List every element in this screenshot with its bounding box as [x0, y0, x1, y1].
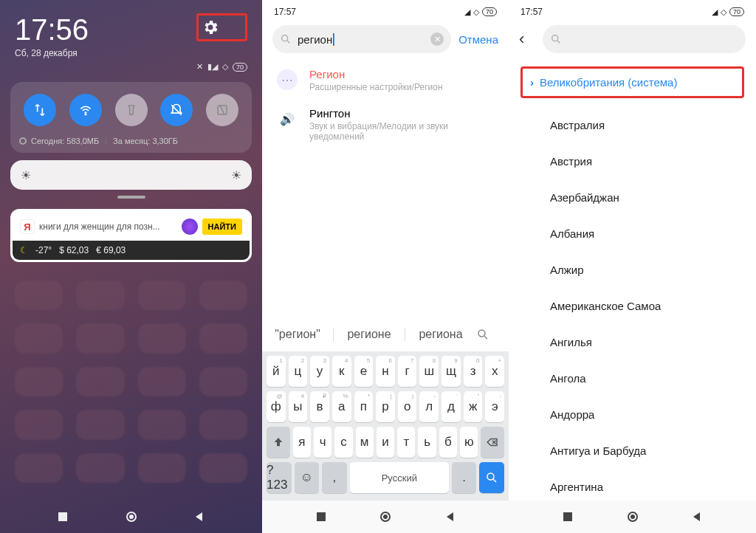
suggestion[interactable]: региона	[405, 328, 476, 341]
key-ж[interactable]: ж"	[464, 391, 483, 422]
key-а[interactable]: а%	[332, 391, 351, 422]
key-я[interactable]: я	[293, 427, 311, 458]
dnd-icon: ✕	[196, 62, 203, 72]
toggle-wifi[interactable]	[69, 94, 102, 126]
key-н[interactable]: н6	[376, 356, 395, 387]
key-л[interactable]: л-	[419, 391, 439, 422]
suggestion[interactable]: "регион"	[262, 328, 334, 341]
key-ю[interactable]: ю	[460, 427, 478, 458]
result-ringtone[interactable]: 🔊 Рингтон Звук и вибрация/Мелодии и звук…	[262, 100, 509, 149]
result-region[interactable]: ⋯ Регион Расширенные настройки/Регион	[262, 61, 509, 100]
key-р[interactable]: р(	[376, 391, 395, 422]
back-button[interactable]: ‹	[519, 30, 535, 49]
rate-eur: € 69,03	[96, 245, 126, 255]
toggle-flashlight[interactable]	[115, 94, 148, 126]
nav-recent-icon[interactable]	[315, 511, 327, 523]
key-с[interactable]: с	[334, 427, 352, 458]
search-value: регион	[298, 33, 334, 46]
find-button[interactable]: НАЙТИ	[202, 219, 242, 235]
nav-recent-icon[interactable]	[57, 511, 69, 523]
cancel-button[interactable]: Отмена	[458, 33, 498, 46]
key-э[interactable]: э:	[485, 391, 504, 422]
svg-point-4	[129, 515, 134, 519]
key-о[interactable]: о)	[398, 391, 417, 422]
data-usage-row[interactable]: Сегодня: 583,0МБ | За месяц: 3,30ГБ	[19, 137, 243, 145]
key-ц[interactable]: ц2	[289, 356, 308, 387]
key-enter[interactable]	[479, 462, 504, 493]
key-й[interactable]: й1	[267, 356, 286, 387]
key-comma[interactable]: ,	[322, 462, 347, 493]
key-т[interactable]: т	[397, 427, 415, 458]
country-item[interactable]: Австралия	[509, 107, 756, 143]
settings-highlight	[196, 13, 247, 41]
nav-recent-icon[interactable]	[562, 511, 574, 523]
key-numbers[interactable]: ?123	[267, 462, 292, 493]
key-у[interactable]: у3	[310, 356, 329, 387]
nav-home-icon[interactable]	[126, 511, 137, 523]
country-item[interactable]: Антигуа и Барбуда	[509, 433, 756, 469]
key-з[interactable]: з0	[464, 356, 483, 387]
country-item[interactable]: Аргентина	[509, 469, 756, 505]
key-ш[interactable]: ш8	[419, 356, 439, 387]
nav-home-icon[interactable]	[627, 511, 639, 523]
key-emoji[interactable]: ☺	[295, 462, 320, 493]
signal-icon: ◢	[712, 7, 718, 17]
key-м[interactable]: м	[356, 427, 374, 458]
key-е[interactable]: е5	[354, 356, 374, 387]
selected-region-highlight[interactable]: › Великобритания (система)	[520, 66, 744, 98]
suggestion[interactable]: регионе	[334, 328, 405, 341]
key-ь[interactable]: ь	[418, 427, 436, 458]
svg-point-5	[282, 35, 288, 41]
svg-point-10	[383, 515, 388, 519]
key-г[interactable]: г7	[398, 356, 417, 387]
country-item[interactable]: Ангилья	[509, 324, 756, 360]
toggle-mute[interactable]	[160, 94, 193, 126]
nav-back-icon[interactable]	[691, 511, 703, 523]
key-space[interactable]: Русский	[350, 462, 449, 493]
result-title: Регион	[309, 68, 443, 80]
key-ч[interactable]: ч	[314, 427, 331, 458]
key-backspace[interactable]	[481, 427, 504, 458]
key-б[interactable]: б	[439, 427, 457, 458]
nav-back-icon[interactable]	[193, 511, 205, 523]
nav-home-icon[interactable]	[379, 511, 391, 523]
toggle-data[interactable]	[24, 94, 56, 126]
search-icon	[550, 33, 562, 45]
country-item[interactable]: Андорра	[509, 396, 756, 433]
brightness-slider[interactable]: ☀ ☀	[10, 160, 252, 190]
country-item[interactable]: Алжир	[509, 252, 756, 288]
key-ф[interactable]: ф@	[267, 391, 286, 422]
toggle-screenshot[interactable]	[206, 94, 238, 126]
key-и[interactable]: и	[377, 427, 394, 458]
search-input[interactable]: регион ✕	[272, 25, 451, 53]
key-к[interactable]: к4	[332, 356, 351, 387]
alice-icon[interactable]	[182, 219, 198, 235]
nav-back-icon[interactable]	[444, 511, 456, 523]
signal-icon: ▮◢	[207, 62, 218, 72]
gear-icon[interactable]	[202, 18, 219, 36]
country-item[interactable]: Азербайджан	[509, 179, 756, 216]
clear-icon[interactable]: ✕	[430, 32, 444, 46]
key-ы[interactable]: ы#	[289, 391, 308, 422]
selected-region-label: Великобритания (система)	[540, 76, 677, 89]
country-item[interactable]: Австрия	[509, 143, 756, 179]
phone-region-list: 17:57 ◢ ◇ 70 ‹ › Великобритания (система…	[509, 0, 756, 533]
rate-usd: $ 62,03	[59, 245, 89, 255]
nav-bar	[0, 501, 262, 533]
drag-handle[interactable]	[117, 196, 145, 199]
key-д[interactable]: д'	[441, 391, 461, 422]
country-item[interactable]: Американское Самоа	[509, 288, 756, 324]
country-item[interactable]: Албания	[509, 216, 756, 252]
key-period[interactable]: .	[452, 462, 477, 493]
result-title: Рингтон	[309, 107, 494, 120]
key-в[interactable]: в₽	[310, 391, 329, 422]
yandex-widget[interactable]: Я книги для женщин для позн... НАЙТИ ☾ -…	[10, 209, 252, 262]
search-icon[interactable]	[476, 328, 509, 341]
svg-rect-2	[58, 512, 67, 521]
key-щ[interactable]: щ9	[441, 356, 461, 387]
key-shift[interactable]	[267, 427, 290, 458]
country-item[interactable]: Ангола	[509, 360, 756, 396]
search-input[interactable]	[543, 25, 746, 53]
key-х[interactable]: х+	[485, 356, 504, 387]
key-п[interactable]: п*	[354, 391, 374, 422]
